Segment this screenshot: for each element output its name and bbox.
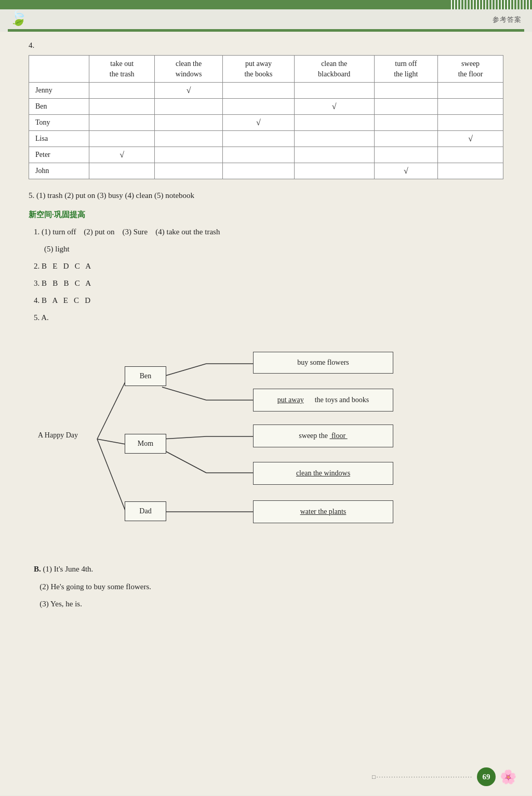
svg-line-5	[162, 387, 206, 400]
cell-peter-floor	[438, 147, 503, 163]
svg-line-3	[162, 364, 206, 377]
table-row: Peter √	[29, 147, 503, 163]
cell-lisa-trash	[89, 131, 155, 147]
b-item-3: (3) Yes, he is.	[34, 598, 503, 611]
mindmap-dad-box: Dad	[125, 501, 166, 521]
cell-peter-blackboard	[294, 147, 374, 163]
table-row: John √	[29, 163, 503, 179]
cell-peter-windows	[155, 147, 223, 163]
mindmap-center-label: A Happy Day	[38, 431, 78, 440]
svg-line-7	[162, 436, 206, 439]
cell-john-windows	[155, 163, 223, 179]
cell-lisa-windows	[155, 131, 223, 147]
row-name-tony: Tony	[29, 115, 89, 131]
mindmap-task-clean-windows: clean the windows	[253, 462, 393, 485]
page-dots: □·······································	[16, 774, 477, 780]
section5-answers: 5. (1) trash (2) put on (3) busy (4) cle…	[29, 189, 503, 203]
row-name-peter: Peter	[29, 147, 89, 163]
col-header-windows: clean thewindows	[155, 56, 223, 83]
xinkongjian-item-2: 2. B E D C A	[34, 259, 503, 273]
cell-john-light: √	[374, 163, 438, 179]
cell-peter-books	[223, 147, 295, 163]
xinkongjian-item-4: 4. B A E C D	[34, 294, 503, 308]
cell-john-books	[223, 163, 295, 179]
col-header-books: put awaythe books	[223, 56, 295, 83]
row-name-lisa: Lisa	[29, 131, 89, 147]
cell-tony-floor	[438, 115, 503, 131]
svg-line-2	[97, 439, 126, 512]
xinkongjian-item-1: 1. (1) turn off (2) put on (3) Sure (4) …	[34, 225, 503, 239]
row-name-john: John	[29, 163, 89, 179]
xinkongjian-item-3: 3. B B B C A	[34, 276, 503, 290]
top-bar	[0, 0, 532, 9]
xinkongjian-item-1b: (5) light	[44, 242, 503, 256]
cell-tony-windows	[155, 115, 223, 131]
page-footer: □·······································…	[0, 767, 532, 786]
xinkongjian-item-5: 5. A.	[34, 311, 503, 325]
cell-jenny-light	[374, 83, 438, 99]
cell-jenny-trash	[89, 83, 155, 99]
mindmap-task-sweep-floor: sweep the floor	[253, 424, 393, 447]
cell-tony-books: √	[223, 115, 295, 131]
cell-ben-blackboard: √	[294, 99, 374, 115]
cell-john-trash	[89, 163, 155, 179]
cell-tony-light	[374, 115, 438, 131]
cell-jenny-blackboard	[294, 83, 374, 99]
xinkongjian-heading: 新空间·巩固提高	[29, 210, 503, 220]
cell-jenny-windows: √	[155, 83, 223, 99]
cell-lisa-floor: √	[438, 131, 503, 147]
page-number: 69	[477, 767, 496, 786]
cell-john-blackboard	[294, 163, 374, 179]
cell-peter-light	[374, 147, 438, 163]
cell-ben-windows	[155, 99, 223, 115]
cell-ben-trash	[89, 99, 155, 115]
mindmap-mom-box: Mom	[125, 434, 166, 454]
cell-jenny-books	[223, 83, 295, 99]
mindmap-container: A Happy Day Ben Mom Dad buy some flowers…	[29, 335, 503, 553]
cell-tony-trash	[89, 115, 155, 131]
svg-line-9	[162, 449, 206, 473]
mindmap-task-water-plants: water the plants	[253, 500, 393, 523]
b-item-2: (2) He's going to buy some flowers.	[34, 580, 503, 594]
cell-lisa-blackboard	[294, 131, 374, 147]
leaf-logo-icon: 🍃	[9, 9, 28, 26]
cell-tony-blackboard	[294, 115, 374, 131]
col-header-trash: take outthe trash	[89, 56, 155, 83]
mindmap-ben-box: Ben	[125, 366, 166, 386]
section5-label: 5.	[29, 191, 34, 200]
cell-john-floor	[438, 163, 503, 179]
mindmap-task-buy-flowers: buy some flowers	[253, 352, 393, 374]
table-row: Jenny √	[29, 83, 503, 99]
section5-text: (1) trash (2) put on (3) busy (4) clean …	[36, 191, 194, 200]
header-title: 参考答案	[493, 15, 522, 24]
cell-jenny-floor	[438, 83, 503, 99]
cell-peter-trash: √	[89, 147, 155, 163]
main-content: 4. take outthe trash clean thewindows pu…	[0, 32, 532, 795]
col-header-blackboard: clean theblackboard	[294, 56, 374, 83]
cell-ben-books	[223, 99, 295, 115]
section4-label: 4.	[29, 41, 503, 50]
top-bar-stripes	[449, 0, 532, 9]
b-section: B. (1) It's June 4th. (2) He's going to …	[29, 563, 503, 611]
svg-line-0	[97, 381, 126, 439]
cell-lisa-books	[223, 131, 295, 147]
table-row: Lisa √	[29, 131, 503, 147]
col-header-light: turn offthe light	[374, 56, 438, 83]
b-label: B. (1) It's June 4th.	[34, 563, 503, 576]
header-area: 🍃 参考答案	[0, 9, 532, 29]
cell-ben-floor	[438, 99, 503, 115]
col-header-name	[29, 56, 89, 83]
cell-lisa-light	[374, 131, 438, 147]
svg-line-1	[97, 439, 126, 444]
table-row: Tony √	[29, 115, 503, 131]
table-row: Ben √	[29, 99, 503, 115]
cell-ben-light	[374, 99, 438, 115]
mindmap-task-put-away-toys: put away the toys and books	[253, 389, 393, 412]
row-name-jenny: Jenny	[29, 83, 89, 99]
col-header-floor: sweepthe floor	[438, 56, 503, 83]
table-header-row: take outthe trash clean thewindows put a…	[29, 56, 503, 83]
row-name-ben: Ben	[29, 99, 89, 115]
chore-table: take outthe trash clean thewindows put a…	[29, 55, 503, 179]
flower-icon: 🌸	[500, 769, 516, 785]
